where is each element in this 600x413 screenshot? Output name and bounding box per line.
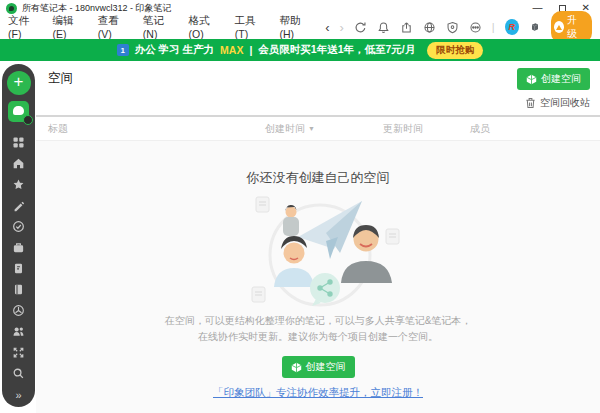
- description-line-1: 在空间，可以更结构化整理你的笔记，可以与多人共享笔记&笔记本，: [165, 313, 472, 329]
- page-header: 空间 创建空间 空间回收站: [36, 61, 600, 110]
- description-line-2: 在线协作实时更新。建议你为每个项目创建一个空间。: [165, 329, 472, 345]
- promo-cta-button[interactable]: 限时抢购: [427, 42, 483, 59]
- back-icon[interactable]: ‹: [325, 21, 329, 34]
- menu-tools[interactable]: 工具(T): [235, 14, 269, 40]
- menu-note[interactable]: 笔记(N): [143, 14, 178, 40]
- sidebar-icons: [12, 132, 25, 384]
- promo-message: 会员限时买1年送1年，低至7元/月: [258, 43, 415, 57]
- spaces-table-header: 标题 创建时间 ▼ 更新时间 成员: [36, 117, 600, 141]
- user-avatar[interactable]: R: [505, 19, 519, 35]
- clipboard-icon[interactable]: [12, 258, 25, 279]
- menu-file[interactable]: 文件(F): [8, 14, 42, 40]
- compass-icon[interactable]: [12, 300, 25, 321]
- account-switch-badge: [23, 115, 33, 125]
- window-title: 所有笔记本 - 180nvwcl312 - 印象笔记: [22, 2, 172, 15]
- sync-icon[interactable]: [354, 21, 367, 34]
- column-members[interactable]: 成员: [470, 122, 588, 136]
- shield-icon[interactable]: [446, 21, 459, 34]
- upgrade-label: 升级: [567, 13, 584, 41]
- promo-prefix: 办公 学习 生产力: [135, 43, 214, 57]
- bell-icon[interactable]: [377, 21, 390, 34]
- spaces-page: 空间 创建空间 空间回收站 标题 创建时间 ▼: [36, 61, 600, 413]
- spaces-empty-illustration: [226, 191, 411, 313]
- home-icon[interactable]: [12, 153, 25, 174]
- more-icon[interactable]: [469, 21, 482, 34]
- create-space-button-center[interactable]: 创建空间: [282, 356, 355, 378]
- column-title[interactable]: 标题: [48, 122, 265, 136]
- space-recycle-bin-label: 空间回收站: [540, 96, 590, 110]
- notebook-icon[interactable]: [12, 279, 25, 300]
- menu-help[interactable]: 帮助(H): [279, 14, 314, 40]
- shared-people-icon[interactable]: [12, 321, 25, 342]
- briefcase-icon[interactable]: [12, 237, 25, 258]
- empty-state-description: 在空间，可以更结构化整理你的笔记，可以与多人共享笔记&笔记本， 在线协作实时更新…: [165, 313, 472, 344]
- cube-icon: [291, 362, 302, 373]
- teams-register-link[interactable]: 「印象团队」专注协作效率提升，立即注册！: [213, 386, 423, 400]
- promo-badge-icon: 1: [117, 44, 129, 56]
- search-icon[interactable]: [12, 363, 25, 384]
- globe-icon[interactable]: [423, 21, 436, 34]
- promo-highlight: MAX: [220, 44, 243, 56]
- notes-pen-icon[interactable]: [12, 195, 25, 216]
- tasks-check-icon[interactable]: [12, 216, 25, 237]
- new-note-plus-button[interactable]: +: [7, 71, 31, 95]
- spaces-expand-icon[interactable]: [12, 342, 25, 363]
- app-window: 所有笔记本 - 180nvwcl312 - 印象笔记 — ✕ 文件(F) 编辑(…: [0, 0, 600, 413]
- cube-icon: [526, 74, 537, 85]
- page-header-actions: 创建空间 空间回收站: [517, 68, 590, 110]
- toolbar-separator: |: [492, 21, 495, 33]
- column-created[interactable]: 创建时间 ▼: [265, 122, 383, 136]
- apps-grid-icon[interactable]: [12, 132, 25, 153]
- create-space-button-top[interactable]: 创建空间: [517, 68, 590, 90]
- space-recycle-bin-link[interactable]: 空间回收站: [525, 96, 590, 110]
- share-icon[interactable]: [400, 21, 413, 34]
- column-created-label: 创建时间: [265, 122, 305, 136]
- empty-state-heading: 你还没有创建自己的空间: [247, 169, 390, 187]
- sort-caret-icon: ▼: [308, 125, 315, 132]
- clipper-icon[interactable]: [529, 21, 541, 33]
- menu-view[interactable]: 查看(V): [98, 14, 132, 40]
- shortcuts-star-icon[interactable]: [12, 174, 25, 195]
- menu-edit[interactable]: 编辑(E): [53, 14, 87, 40]
- main-area: +: [0, 61, 600, 413]
- promo-divider: |: [249, 44, 252, 56]
- column-updated[interactable]: 更新时间: [383, 122, 470, 136]
- sidebar-rail: +: [2, 64, 35, 407]
- menu-format[interactable]: 格式(O): [189, 14, 224, 40]
- empty-state: 你还没有创建自己的空间: [36, 141, 600, 413]
- expand-sidebar-chevrons[interactable]: »: [15, 389, 21, 401]
- account-avatar[interactable]: [8, 101, 29, 122]
- create-space-label: 创建空间: [306, 360, 346, 374]
- page-title: 空间: [48, 68, 73, 87]
- trash-icon: [525, 97, 536, 109]
- promo-banner[interactable]: 1 办公 学习 生产力 MAX | 会员限时买1年送1年，低至7元/月 限时抢购: [0, 39, 600, 61]
- forward-icon: ›: [339, 21, 343, 34]
- menubar: 文件(F) 编辑(E) 查看(V) 笔记(N) 格式(O) 工具(T) 帮助(H…: [0, 15, 600, 39]
- upgrade-arrow-icon: [554, 21, 564, 33]
- evernote-logo-icon: [6, 3, 17, 14]
- create-space-label: 创建空间: [541, 72, 581, 86]
